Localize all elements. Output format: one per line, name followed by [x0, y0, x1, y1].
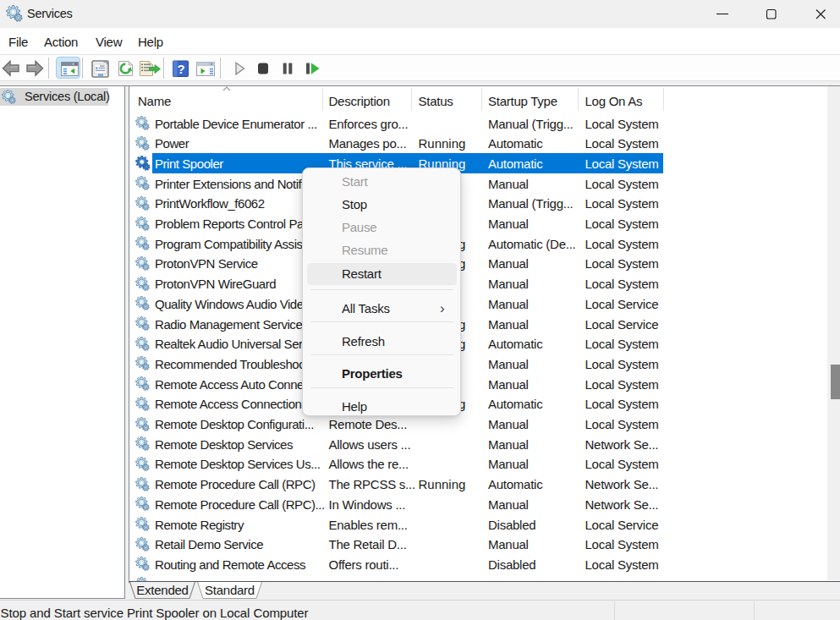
svg-text:Standard: Standard: [205, 583, 255, 597]
svg-text:?: ?: [178, 62, 185, 76]
svg-text:Extended: Extended: [136, 583, 188, 597]
